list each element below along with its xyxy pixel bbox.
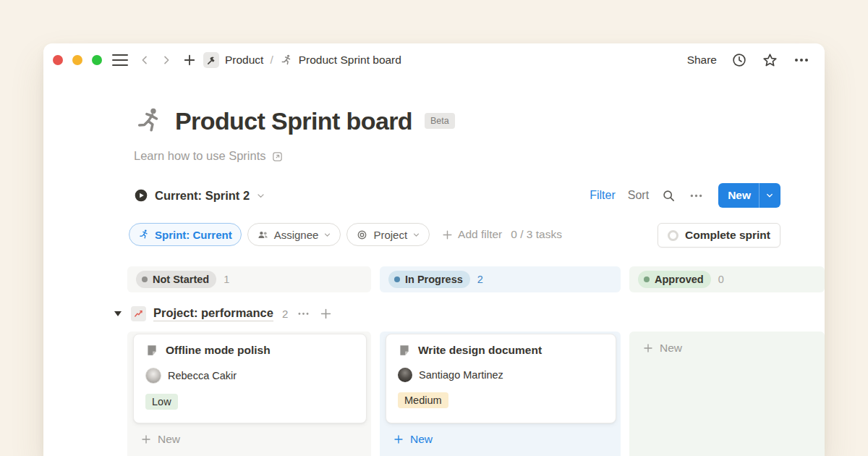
group-add-icon[interactable] <box>319 307 333 321</box>
assignee-filter-chip[interactable]: Assignee <box>247 223 341 246</box>
status-label: Approved <box>655 274 704 285</box>
new-page-icon[interactable] <box>182 53 197 67</box>
people-icon <box>257 229 269 241</box>
forward-icon[interactable] <box>161 54 172 66</box>
sidebar-toggle-icon[interactable] <box>112 54 128 66</box>
add-filter-label: Add filter <box>458 228 502 241</box>
status-pill-in-progress[interactable]: In Progress <box>388 271 470 288</box>
avatar-rebecca <box>145 368 161 384</box>
sprint-play-icon <box>134 188 148 203</box>
status-label: Not Started <box>153 274 209 285</box>
view-label: Current: Sprint 2 <box>155 189 250 203</box>
plus-icon <box>393 434 404 445</box>
help-link-row: Learn how to use Sprints <box>134 149 284 163</box>
sprint-filter-label: Sprint: Current <box>155 229 232 241</box>
assignee-filter-label: Assignee <box>274 229 319 241</box>
external-link-icon <box>271 149 284 163</box>
favorite-star-icon[interactable] <box>762 52 778 69</box>
status-pill-not-started[interactable]: Not Started <box>136 271 216 288</box>
column-header-not-started: Not Started 1 <box>127 266 371 292</box>
view-more-icon[interactable] <box>689 188 704 203</box>
beta-badge: Beta <box>425 113 455 129</box>
breadcrumb-page[interactable]: Product Sprint board <box>299 54 401 67</box>
add-card-approved[interactable]: New <box>642 342 682 355</box>
new-task-label: New <box>718 189 759 202</box>
search-icon[interactable] <box>661 188 676 203</box>
chevron-down-icon <box>412 231 420 239</box>
add-card-not-started[interactable]: New <box>140 433 180 446</box>
column-not-started: Offline mode polish Rebecca Cakir Low Ne… <box>127 332 371 456</box>
project-filter-chip[interactable]: Project <box>346 223 430 246</box>
add-card-label: New <box>660 342 682 355</box>
new-task-button[interactable]: New <box>718 183 780 208</box>
view-switcher[interactable]: Current: Sprint 2 <box>134 182 265 208</box>
more-options-icon[interactable] <box>793 51 810 69</box>
filter-bar: Sprint: Current Assignee Project Add fil… <box>129 223 562 246</box>
updates-clock-icon[interactable] <box>731 52 747 68</box>
window-nav <box>112 43 207 77</box>
fullscreen-window-button[interactable] <box>92 55 102 65</box>
new-task-chevron-icon[interactable] <box>759 183 780 208</box>
column-count: 1 <box>224 274 229 285</box>
view-chevron-down-icon <box>256 189 265 202</box>
topbar-actions: Share <box>687 43 810 77</box>
board-group-header: Project: performance 2 <box>114 303 333 324</box>
back-icon[interactable] <box>139 54 150 66</box>
plus-icon <box>642 342 654 354</box>
avatar-santiago <box>398 368 412 382</box>
breadcrumb-team[interactable]: Product <box>225 54 263 67</box>
sort-button[interactable]: Sort <box>628 189 649 202</box>
complete-sprint-button[interactable]: Complete sprint <box>658 223 780 248</box>
view-actions: Filter Sort New <box>590 183 780 208</box>
column-in-progress: Write design document Santiago Martinez … <box>380 332 621 456</box>
close-window-button[interactable] <box>53 55 63 65</box>
traffic-lights <box>53 43 102 77</box>
filter-button[interactable]: Filter <box>590 189 616 202</box>
runner-icon <box>280 54 293 67</box>
group-more-icon[interactable] <box>297 307 310 321</box>
plus-icon <box>441 229 454 241</box>
status-dot-gray <box>142 276 148 282</box>
breadcrumb: Product / Product Sprint board <box>203 43 401 77</box>
card-title: Offline mode polish <box>166 344 271 357</box>
card-title: Write design document <box>418 344 542 357</box>
page-doc-icon <box>145 344 158 357</box>
collapse-triangle-icon[interactable] <box>114 311 122 316</box>
group-count: 2 <box>282 308 288 320</box>
task-card-offline-mode-polish[interactable]: Offline mode polish Rebecca Cakir Low <box>133 334 367 423</box>
column-count: 0 <box>718 274 724 285</box>
help-link[interactable]: Learn how to use Sprints <box>134 149 266 163</box>
status-dot-blue <box>394 276 400 282</box>
breadcrumb-separator: / <box>270 54 273 67</box>
add-card-in-progress[interactable]: New <box>393 433 433 446</box>
group-title[interactable]: Project: performance <box>153 306 273 321</box>
target-icon <box>356 229 368 241</box>
task-card-write-design-document[interactable]: Write design document Santiago Martinez … <box>386 334 616 423</box>
project-filter-label: Project <box>373 229 407 241</box>
plus-icon <box>140 434 152 445</box>
task-progress-label: 0 / 3 tasks <box>511 228 562 241</box>
status-dot-green <box>644 276 650 282</box>
share-button[interactable]: Share <box>687 54 717 67</box>
add-card-label: New <box>410 433 433 446</box>
desktop-background: Product / Product Sprint board Share <box>0 0 868 456</box>
page-icon-runner[interactable] <box>134 106 164 136</box>
minimize-window-button[interactable] <box>72 55 82 65</box>
chart-increasing-icon <box>131 306 146 321</box>
status-pill-approved[interactable]: Approved <box>638 271 711 288</box>
chevron-down-icon <box>323 231 331 239</box>
status-label: In Progress <box>405 274 463 285</box>
sprint-progress-ring-icon <box>668 230 678 241</box>
add-card-label: New <box>158 433 180 446</box>
sprint-filter-chip[interactable]: Sprint: Current <box>129 223 242 246</box>
column-header-approved: Approved 0 <box>629 266 825 292</box>
column-count: 2 <box>477 274 483 285</box>
priority-badge-medium: Medium <box>398 392 448 408</box>
page-header: Product Sprint board Beta <box>134 106 455 136</box>
complete-sprint-label: Complete sprint <box>685 229 770 242</box>
priority-badge-low: Low <box>145 394 178 410</box>
teamspace-hammer-icon[interactable] <box>203 52 219 68</box>
column-header-in-progress: In Progress 2 <box>380 266 621 292</box>
page-title: Product Sprint board <box>175 107 412 135</box>
add-filter-button[interactable]: Add filter <box>441 228 502 241</box>
